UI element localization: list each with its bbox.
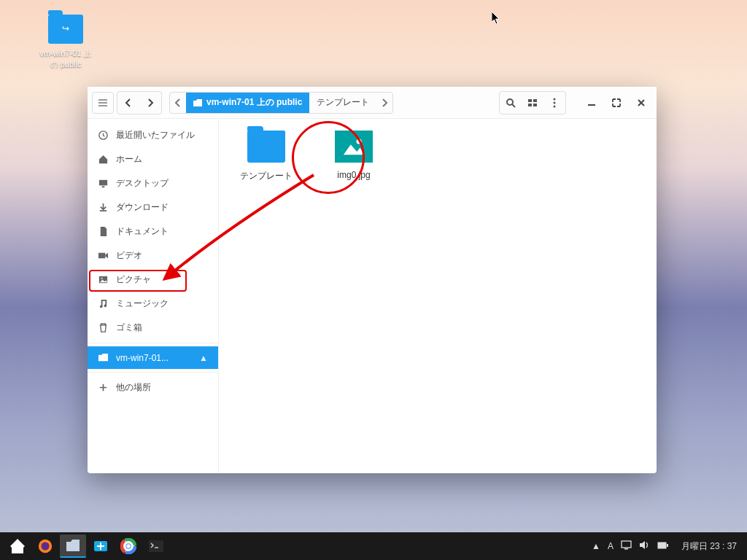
svg-point-9 [554, 101, 556, 104]
view-toggle-button[interactable] [522, 92, 543, 114]
svg-rect-2 [98, 105, 107, 106]
music-icon [98, 298, 109, 309]
desktop-icon-label: vm-win7-01 上の public [36, 48, 95, 70]
back-button[interactable] [117, 92, 139, 114]
svg-rect-13 [102, 186, 105, 187]
tray-volume-icon[interactable] [639, 540, 650, 552]
mouse-cursor [492, 12, 502, 28]
desktop-icon-network-share[interactable]: vm-win7-01 上の public [36, 15, 95, 70]
clock-icon [98, 130, 109, 141]
forward-button[interactable] [139, 92, 161, 114]
sidebar-item-pictures[interactable]: ピクチャ [88, 268, 218, 292]
start-menu-button[interactable] [4, 534, 31, 558]
file-item-image[interactable]: img0.jpg [321, 131, 387, 180]
svg-point-10 [554, 105, 556, 107]
path-bar: vm-win7-01 上の public テンプレート [169, 92, 393, 114]
home-icon [98, 154, 109, 165]
sidebar-item-label: 最近開いたファイル [116, 129, 195, 141]
sidebar-item-label: ミュージック [116, 298, 169, 310]
folder-icon [98, 352, 109, 363]
svg-rect-5 [533, 99, 537, 102]
svg-rect-31 [667, 544, 668, 547]
menu-button[interactable] [543, 92, 565, 114]
trash-icon [98, 322, 109, 333]
video-icon [98, 250, 109, 261]
svg-rect-27 [149, 540, 163, 552]
sidebar-item-home[interactable]: ホーム [88, 147, 218, 171]
sidebar-item-label: ドキュメント [116, 225, 169, 238]
svg-rect-30 [658, 542, 666, 548]
tray-eject-icon[interactable]: ▲ [592, 541, 600, 551]
toolbar: vm-win7-01 上の public テンプレート [88, 87, 657, 119]
sidebar-item-trash[interactable]: ゴミ箱 [88, 316, 218, 340]
sidebar-item-documents[interactable]: ドキュメント [88, 219, 218, 244]
file-label: img0.jpg [321, 170, 387, 180]
taskbar-firefox-button[interactable] [32, 534, 58, 558]
file-manager-window: vm-win7-01 上の public テンプレート [88, 87, 657, 473]
sidebar-item-label: vm-win7-01... [116, 353, 169, 363]
taskbar-files-button[interactable] [60, 534, 86, 558]
sidebar-item-recent[interactable]: 最近開いたファイル [88, 123, 218, 147]
view-group [499, 91, 566, 114]
svg-rect-12 [99, 180, 107, 186]
svg-rect-6 [528, 104, 532, 106]
taskbar-terminal-button[interactable] [143, 534, 169, 558]
image-icon [335, 131, 373, 163]
sidebar-item-network[interactable]: vm-win7-01... ▲ [88, 346, 218, 369]
eject-icon[interactable]: ▲ [199, 353, 208, 363]
sidebar-item-label: ビデオ [116, 249, 142, 262]
svg-rect-28 [622, 541, 631, 548]
clock[interactable]: 月曜日 23 : 37 [676, 540, 743, 553]
sidebar: 最近開いたファイル ホーム デスクトップ ダウンロード ドキュメント ビデオ [88, 119, 219, 473]
svg-rect-7 [533, 104, 537, 106]
path-chevron-right-button[interactable] [376, 93, 392, 113]
file-label: テンプレート [233, 170, 299, 182]
sidebar-item-videos[interactable]: ビデオ [88, 244, 218, 268]
folder-icon [193, 99, 202, 106]
close-button[interactable] [630, 92, 652, 114]
file-system-menu-button[interactable] [92, 92, 114, 114]
taskbar-software-button[interactable] [88, 534, 114, 558]
tray-input-method[interactable]: A [608, 541, 614, 551]
sidebar-item-label: ホーム [116, 153, 142, 166]
svg-point-16 [101, 278, 103, 279]
taskbar: ▲ A 月曜日 23 : 37 [0, 532, 747, 560]
search-button[interactable] [500, 92, 522, 114]
path-segment-next[interactable]: テンプレート [309, 93, 376, 113]
svg-point-26 [126, 544, 131, 548]
sidebar-item-label: デスクトップ [116, 177, 169, 190]
desktop-icon [98, 178, 109, 189]
taskbar-chrome-button[interactable] [115, 534, 142, 558]
tray: ▲ A [586, 540, 674, 552]
path-chevron-left-button[interactable] [170, 93, 186, 113]
sidebar-item-label: 他の場所 [116, 381, 151, 394]
svg-point-8 [554, 98, 556, 100]
sidebar-item-other[interactable]: 他の場所 [88, 376, 218, 400]
path-segment-current[interactable]: vm-win7-01 上の public [186, 93, 309, 113]
pictures-icon [98, 274, 109, 285]
maximize-button[interactable] [605, 92, 627, 114]
svg-rect-14 [98, 253, 105, 259]
sidebar-item-downloads[interactable]: ダウンロード [88, 195, 218, 219]
svg-rect-29 [624, 548, 628, 550]
folder-icon [247, 131, 285, 163]
document-icon [98, 226, 109, 237]
folder-icon [48, 15, 83, 44]
content-pane[interactable]: テンプレート img0.jpg [219, 119, 657, 473]
svg-point-17 [357, 139, 362, 144]
sidebar-item-label: ピクチャ [116, 273, 151, 286]
download-icon [98, 202, 109, 213]
svg-rect-4 [528, 99, 532, 102]
nav-buttons-group [117, 91, 162, 114]
minimize-button[interactable] [581, 92, 603, 114]
tray-battery-icon[interactable] [657, 541, 668, 551]
sidebar-item-desktop[interactable]: デスクトップ [88, 171, 218, 195]
sidebar-item-music[interactable]: ミュージック [88, 292, 218, 316]
file-item-templates[interactable]: テンプレート [233, 131, 299, 182]
sidebar-item-label: ゴミ箱 [116, 322, 142, 334]
sidebar-item-label: ダウンロード [116, 201, 169, 214]
tray-display-icon[interactable] [621, 540, 632, 552]
svg-rect-1 [98, 102, 107, 104]
path-segment-label: テンプレート [317, 96, 369, 109]
svg-point-19 [42, 542, 50, 551]
